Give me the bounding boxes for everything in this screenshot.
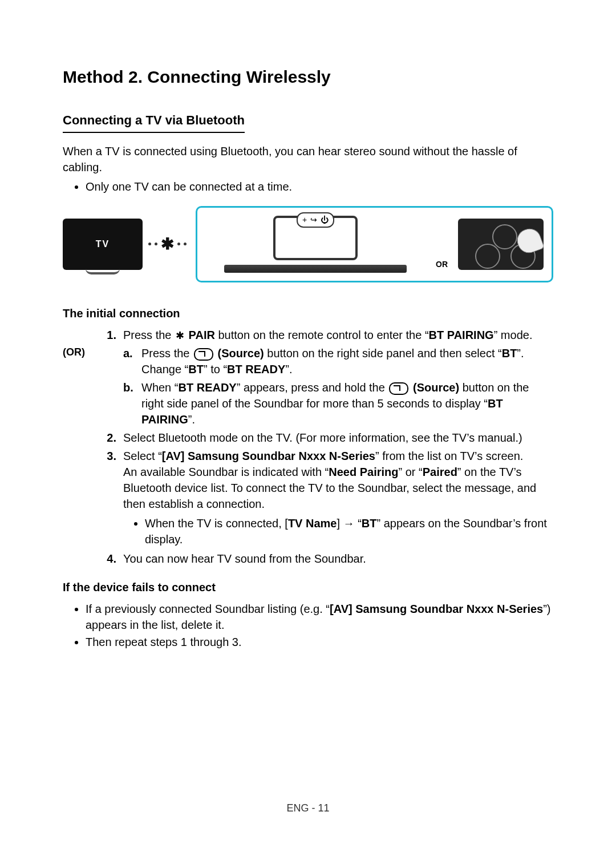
initial-connection-heading: The initial connection — [63, 305, 553, 321]
bluetooth-icon: ✱ — [161, 236, 174, 252]
step-or-b: b. When “BT READY” appears, press and ho… — [63, 379, 553, 427]
tv-outline-icon: + ↪ ⏻ — [273, 216, 358, 260]
bluetooth-signal-icon: ✱ — [148, 236, 187, 252]
source-icon — [389, 382, 408, 395]
substep-a-body: Press the (Source) button on the right s… — [141, 345, 553, 377]
step-1: 1. Press the ✱ PAIR button on the remote… — [63, 327, 553, 343]
step-1-body: Press the ✱ PAIR button on the remote co… — [123, 327, 553, 343]
step-4-number: 4. — [98, 551, 120, 567]
step-3: 3. Select “[AV] Samsung Soundbar Nxxx N-… — [63, 448, 553, 548]
fail-bullet-2: Then repeat steps 1 through 3. — [86, 634, 553, 650]
substep-b-marker: b. — [123, 379, 138, 427]
step-2: 2. Select Bluetooth mode on the TV. (For… — [63, 430, 553, 446]
source-icon: ↪ — [310, 215, 317, 226]
substep-b-body: When “BT READY” appears, press and hold … — [141, 379, 553, 427]
step-or-a: (OR) a. Press the (Source) button on the… — [63, 345, 553, 377]
or-label: OR — [436, 259, 448, 270]
step-3-number: 3. — [98, 448, 120, 548]
manual-page: Method 2. Connecting Wirelessly Connecti… — [0, 0, 616, 844]
intro-bullet: Only one TV can be connected at a time. — [86, 179, 553, 195]
substep-a-marker: a. — [123, 345, 138, 377]
soundbar-icon — [224, 265, 407, 273]
step-4-body: You can now hear TV sound from the Sound… — [123, 551, 553, 567]
section-title: Method 2. Connecting Wirelessly — [63, 65, 553, 89]
step-4: 4. You can now hear TV sound from the So… — [63, 551, 553, 567]
side-panel-controls-icon: + ↪ ⏻ — [297, 212, 334, 228]
intro-paragraph: When a TV is connected using Bluetooth, … — [63, 143, 553, 175]
connection-figure: TV ✱ + ↪ ⏻ OR — [63, 206, 553, 282]
soundbar-with-tv-scene: + ↪ ⏻ — [205, 216, 425, 273]
step-3-body: Select “[AV] Samsung Soundbar Nxxx N-Ser… — [123, 448, 553, 548]
remote-press-scene — [458, 219, 544, 270]
step-2-body: Select Bluetooth mode on the TV. (For mo… — [123, 430, 553, 446]
tv-icon: TV — [63, 219, 143, 270]
step-2-number: 2. — [98, 430, 120, 446]
step-1-number: 1. — [98, 327, 120, 343]
step-3-sub-bullet: When the TV is connected, [TV Name] → “B… — [145, 515, 553, 547]
fail-heading: If the device fails to connect — [63, 579, 553, 595]
or-marker: (OR) — [63, 345, 95, 377]
tv-with-bluetooth: TV ✱ — [63, 219, 187, 270]
source-icon — [194, 348, 213, 361]
tv-label: TV — [96, 238, 110, 251]
subsection-title: Connecting a TV via Bluetooth — [63, 112, 245, 133]
soundbar-highlight-box: + ↪ ⏻ OR — [196, 206, 553, 282]
page-footer: ENG - 11 — [0, 801, 616, 815]
bluetooth-pair-icon: ✱ — [176, 329, 184, 343]
fail-bullet-1: If a previously connected Soundbar listi… — [86, 601, 553, 633]
